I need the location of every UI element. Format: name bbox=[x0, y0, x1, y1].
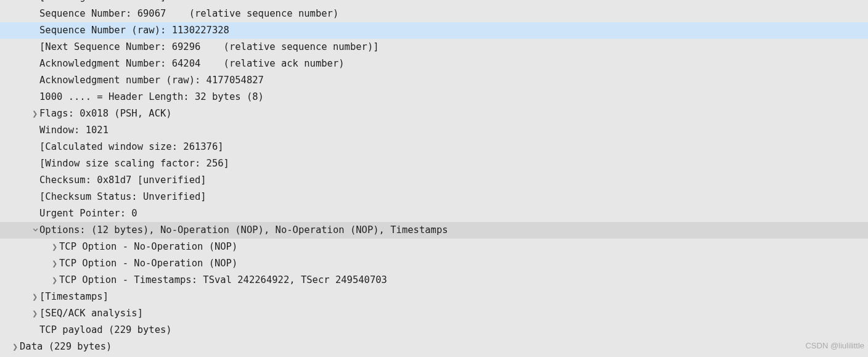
chevron-right-icon[interactable]: ❯ bbox=[51, 239, 58, 255]
tree-row-text: TCP Option - No-Operation (NOP) bbox=[59, 255, 237, 272]
tree-row-l10[interactable]: [Window size scaling factor: 256] bbox=[0, 155, 868, 172]
chevron-right-icon[interactable]: ❯ bbox=[51, 255, 58, 272]
tree-row-l20[interactable]: TCP payload (229 bytes) bbox=[0, 322, 868, 339]
tree-row-l21[interactable]: ❯Data (229 bytes) bbox=[0, 339, 868, 355]
tree-row-text: Flags: 0x018 (PSH, ACK) bbox=[39, 105, 172, 122]
tree-row-l16[interactable]: ❯TCP Option - No-Operation (NOP) bbox=[0, 255, 868, 272]
tree-row-l6[interactable]: 1000 .... = Header Length: 32 bytes (8) bbox=[0, 89, 868, 105]
chevron-right-icon[interactable]: ❯ bbox=[31, 105, 38, 122]
tree-row-text: [Calculated window size: 261376] bbox=[39, 139, 224, 155]
tree-row-l8[interactable]: Window: 1021 bbox=[0, 122, 868, 139]
tree-row-l7[interactable]: ❯Flags: 0x018 (PSH, ACK) bbox=[0, 105, 868, 122]
tree-row-text: [Window size scaling factor: 256] bbox=[39, 155, 229, 172]
chevron-down-icon[interactable]: ⌄ bbox=[31, 220, 38, 236]
tree-row-l13[interactable]: Urgent Pointer: 0 bbox=[0, 205, 868, 222]
tree-row-l19[interactable]: ❯[SEQ/ACK analysis] bbox=[0, 305, 868, 322]
tree-row-l15[interactable]: ❯TCP Option - No-Operation (NOP) bbox=[0, 239, 868, 255]
tree-row-l4[interactable]: Acknowledgment Number: 64204 (relative a… bbox=[0, 55, 868, 72]
tree-row-text: Data (229 bytes) bbox=[20, 339, 112, 355]
tree-row-text: Acknowledgment Number: 64204 (relative a… bbox=[39, 55, 345, 72]
tree-row-text: TCP Option - No-Operation (NOP) bbox=[59, 239, 237, 255]
tree-row-l18[interactable]: ❯[Timestamps] bbox=[0, 289, 868, 305]
tree-row-l12[interactable]: [Checksum Status: Unverified] bbox=[0, 189, 868, 205]
tree-row-l2[interactable]: Sequence Number (raw): 1130227328 bbox=[0, 22, 868, 39]
chevron-right-icon[interactable]: ❯ bbox=[31, 305, 38, 322]
tree-row-text: Acknowledgment number (raw): 4177054827 bbox=[39, 72, 264, 89]
packet-details-panel: [TCP Segment Len: 229]Sequence Number: 6… bbox=[0, 0, 868, 355]
tree-row-l9[interactable]: [Calculated window size: 261376] bbox=[0, 139, 868, 155]
tree-row-l5[interactable]: Acknowledgment number (raw): 4177054827 bbox=[0, 72, 868, 89]
tree-row-text: Urgent Pointer: 0 bbox=[39, 205, 137, 222]
tree-row-text: TCP payload (229 bytes) bbox=[39, 322, 172, 339]
tree-row-l11[interactable]: Checksum: 0x81d7 [unverified] bbox=[0, 172, 868, 189]
tree-row-text: 1000 .... = Header Length: 32 bytes (8) bbox=[39, 89, 264, 105]
chevron-right-icon[interactable]: ❯ bbox=[11, 339, 18, 355]
tree-row-text: Window: 1021 bbox=[39, 122, 108, 139]
tree-row-text: Sequence Number: 69067 (relative sequenc… bbox=[39, 6, 338, 22]
tree-row-text: [Timestamps] bbox=[39, 289, 108, 305]
tree-row-text: [Next Sequence Number: 69296 (relative s… bbox=[39, 39, 379, 55]
chevron-right-icon[interactable]: ❯ bbox=[31, 289, 38, 305]
tree-row-l17[interactable]: ❯TCP Option - Timestamps: TSval 24226492… bbox=[0, 272, 868, 289]
tree-row-text: TCP Option - Timestamps: TSval 242264922… bbox=[59, 272, 387, 289]
tree-row-l3[interactable]: [Next Sequence Number: 69296 (relative s… bbox=[0, 39, 868, 55]
tree-row-text: Options: (12 bytes), No-Operation (NOP),… bbox=[39, 222, 448, 239]
tree-row-text: Checksum: 0x81d7 [unverified] bbox=[39, 172, 207, 189]
tree-row-text: [SEQ/ACK analysis] bbox=[39, 305, 143, 322]
tree-row-l1[interactable]: Sequence Number: 69067 (relative sequenc… bbox=[0, 6, 868, 22]
tree-row-text: [Checksum Status: Unverified] bbox=[39, 189, 207, 205]
tree-row-text: [TCP Segment Len: 229] bbox=[39, 0, 166, 6]
chevron-right-icon[interactable]: ❯ bbox=[51, 272, 58, 289]
tree-row-l14[interactable]: ⌄Options: (12 bytes), No-Operation (NOP)… bbox=[0, 222, 868, 239]
tree-row-l0[interactable]: [TCP Segment Len: 229] bbox=[0, 0, 868, 6]
tree-row-text: Sequence Number (raw): 1130227328 bbox=[39, 22, 229, 39]
